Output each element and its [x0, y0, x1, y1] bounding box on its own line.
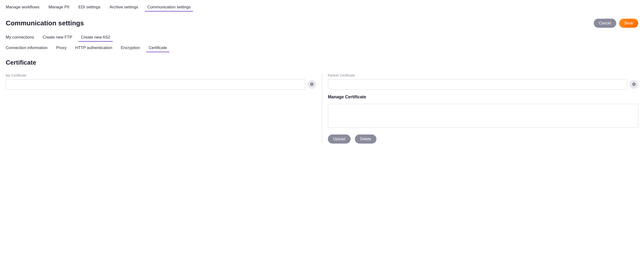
header-actions: Cancel Save — [594, 19, 638, 28]
section-tabs: Connection information Proxy HTTP authen… — [6, 46, 638, 52]
my-certificate-gear-button[interactable] — [308, 80, 316, 89]
section-title: Certificate — [6, 59, 638, 66]
partner-certificate-input-row — [328, 79, 638, 90]
manage-certificate-title: Manage Certificate — [328, 94, 638, 100]
sectiontab-certificate[interactable]: Certificate — [148, 46, 167, 52]
my-certificate-column: My Certificate — [6, 74, 322, 144]
tab-manage-pii[interactable]: Manage PII — [48, 5, 70, 12]
my-certificate-input-row — [6, 79, 316, 90]
page-title: Communication settings — [6, 20, 84, 27]
save-button[interactable]: Save — [619, 19, 638, 28]
manage-certificate-actions: Upload Delete — [328, 134, 638, 144]
sectiontab-connection-information[interactable]: Connection information — [6, 46, 48, 52]
subtab-create-new-as2[interactable]: Create new AS2 — [81, 35, 110, 42]
my-certificate-label: My Certificate — [6, 74, 316, 77]
cancel-button[interactable]: Cancel — [594, 19, 616, 28]
gear-icon — [310, 82, 314, 87]
upload-button[interactable]: Upload — [328, 134, 350, 144]
gear-icon — [632, 82, 636, 87]
tab-communication-settings[interactable]: Communication settings — [147, 5, 190, 12]
tab-archive-settings[interactable]: Archive settings — [109, 5, 138, 12]
my-certificate-input[interactable] — [6, 79, 305, 90]
certificate-grid: My Certificate Partner Certificate Manag… — [6, 74, 638, 144]
subtab-my-connections[interactable]: My connections — [6, 35, 34, 42]
sectiontab-encryption[interactable]: Encryption — [121, 46, 140, 52]
sub-tabs: My connections Create new FTP Create new… — [6, 35, 638, 42]
top-tabs: Manage workflows Manage PII EDI settings… — [6, 5, 638, 12]
partner-certificate-column: Partner Certificate Manage Certificate U… — [322, 74, 638, 144]
subtab-create-new-ftp[interactable]: Create new FTP — [42, 35, 72, 42]
tab-edi-settings[interactable]: EDI settings — [78, 5, 100, 12]
tab-manage-workflows[interactable]: Manage workflows — [6, 5, 40, 12]
partner-certificate-input[interactable] — [328, 79, 627, 90]
manage-certificate-textarea[interactable] — [328, 104, 638, 128]
sectiontab-http-authentication[interactable]: HTTP authentication — [75, 46, 112, 52]
partner-certificate-label: Partner Certificate — [328, 74, 638, 77]
delete-button[interactable]: Delete — [355, 134, 376, 144]
sectiontab-proxy[interactable]: Proxy — [56, 46, 66, 52]
partner-certificate-gear-button[interactable] — [630, 80, 638, 89]
header-row: Communication settings Cancel Save — [6, 19, 638, 28]
